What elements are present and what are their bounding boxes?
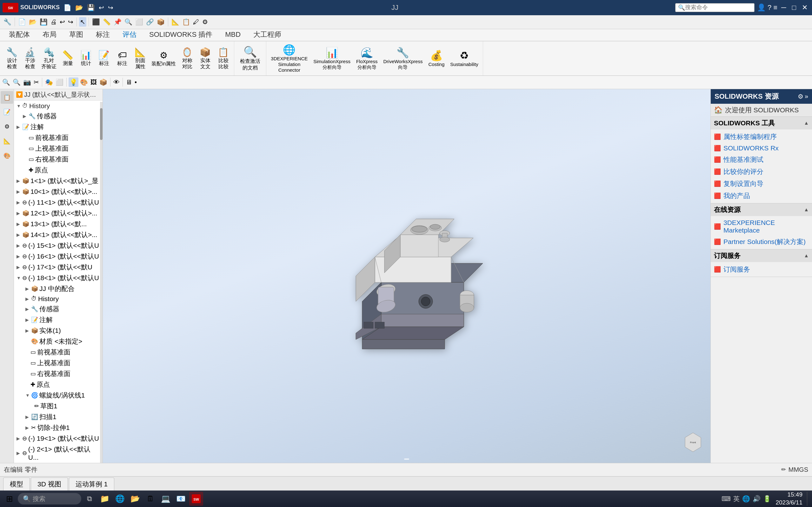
- stats-btn[interactable]: 📊 统计: [77, 49, 95, 68]
- tree-item-front-plane[interactable]: ▭ 前视基准面: [14, 132, 103, 143]
- show-desktop-btn[interactable]: [807, 492, 809, 506]
- tree-item-sketch1[interactable]: ✏ 草图1: [14, 401, 103, 411]
- check-active-btn[interactable]: 🔍 检查激活的文档: [237, 43, 264, 74]
- right-panel-collapse-icon[interactable]: »: [805, 93, 808, 100]
- view-screen-icon[interactable]: 🖥: [125, 78, 133, 87]
- redo-btn[interactable]: ↪: [107, 3, 115, 13]
- tb-select[interactable]: ↖: [79, 17, 86, 26]
- taskbar-app-files[interactable]: 📂: [128, 492, 142, 506]
- tree-item-sub-sensor[interactable]: ▶ 🔧 传感器: [14, 303, 103, 315]
- tb-smartdim[interactable]: 📏: [102, 17, 112, 26]
- tree-item-sub-history[interactable]: ▶ ⏱ History: [14, 294, 103, 303]
- tb-component[interactable]: 📦: [156, 17, 166, 26]
- tree-item-comp2[interactable]: ▶ ⊖ (-) 2<1> (默认<<默认U...: [14, 444, 103, 462]
- view-scene-icon[interactable]: 🖼: [90, 78, 98, 87]
- online-resources-header[interactable]: 在线资源 ▲: [711, 204, 812, 216]
- filter-icon[interactable]: 🔽: [16, 91, 23, 98]
- tab-engineer[interactable]: 大工程师: [247, 28, 287, 42]
- help-icon[interactable]: ?: [767, 3, 771, 12]
- view-appearance-icon[interactable]: 🎨: [79, 77, 89, 87]
- view-cube[interactable]: Front: [682, 431, 704, 453]
- tree-item-sub-origin[interactable]: ✚ 原点: [14, 379, 103, 390]
- sw-link-benchmark[interactable]: 🟥 性能基准测试: [713, 154, 810, 166]
- measure-btn[interactable]: 📏 测量: [59, 49, 76, 68]
- start-button[interactable]: ⊞: [3, 492, 16, 506]
- tab-mbd[interactable]: MBD: [219, 29, 247, 41]
- costing-btn[interactable]: 💰 Costing: [426, 49, 447, 68]
- task-view-btn[interactable]: ⧉: [83, 492, 97, 506]
- interference-btn[interactable]: 🔬 干涉检查: [21, 46, 39, 70]
- tree-item-comp18[interactable]: ▼ ⊖ (-) 18<1> (默认<<默认U: [14, 273, 103, 283]
- view-perspective-icon[interactable]: 📦: [98, 77, 108, 87]
- taskbar-app-email[interactable]: 📧: [174, 492, 188, 506]
- tb-print[interactable]: 🖨: [50, 17, 58, 26]
- tab-annotation[interactable]: 标注: [90, 28, 116, 42]
- tree-item-comp1[interactable]: ▶ 📦 1<1> (默认<<默认>_显: [14, 175, 103, 186]
- view-section-icon[interactable]: ✂: [33, 77, 40, 87]
- sw-tools-header[interactable]: SOLIDWORKS 工具 ▲: [711, 117, 812, 129]
- tb-new[interactable]: 📄: [17, 17, 27, 26]
- tree-item-sweep[interactable]: ▶ 🔄 扫描1: [14, 411, 103, 422]
- sw-link-copy-settings[interactable]: 🟥 复制设置向导: [713, 178, 810, 190]
- sw-link-rx[interactable]: 🟥 SOLIDWORKS Rx: [713, 143, 810, 154]
- view-zoom-icon[interactable]: 🔍: [1, 77, 11, 87]
- tree-item-comp11[interactable]: ▶ ⊖ (-) 11<1> (默认<<默认U: [14, 197, 103, 208]
- tb-fit[interactable]: ⬜: [134, 17, 144, 26]
- tree-item-sub-annotation[interactable]: ▶ 📝 注解: [14, 315, 103, 325]
- sw-link-3dexp-marketplace[interactable]: 🟥 3DEXPERIENCE Marketplace: [713, 217, 810, 236]
- taskbar-app-calendar[interactable]: 🗓: [144, 492, 157, 506]
- tree-item-history-root[interactable]: ▼ ⏱ History: [14, 101, 103, 111]
- tree-item-comp13[interactable]: ▶ 📦 13<1> (默认<<默...: [14, 219, 103, 229]
- tree-item-sub-top-plane[interactable]: ▭ 上视基准面: [14, 357, 103, 369]
- tb-extra1[interactable]: 📐: [170, 17, 180, 26]
- switcher-confmgr[interactable]: ⚙: [1, 120, 13, 133]
- subscription-header[interactable]: 订阅服务 ▲: [711, 249, 812, 262]
- switcher-display[interactable]: 🎨: [1, 150, 13, 162]
- view-dot-icon[interactable]: •: [133, 78, 138, 87]
- floxpress-btn[interactable]: 🌊 FloXpress分析向导: [354, 46, 380, 71]
- tb-zoom[interactable]: 🔍: [123, 17, 133, 26]
- sw-link-compare[interactable]: 🟥 比较你的评分: [713, 166, 810, 178]
- view-wireframe-icon[interactable]: ⬜: [55, 77, 64, 87]
- tree-item-comp10[interactable]: ▶ 📦 10<1> (默认<<默认>...: [14, 186, 103, 197]
- sw-link-attr-editor[interactable]: 🟥 属性标签编制程序: [713, 131, 810, 143]
- right-panel-gear-icon[interactable]: ⚙: [798, 93, 803, 100]
- tab-plugins[interactable]: SOLIDWORKS 插件: [143, 28, 219, 42]
- tab-motion1[interactable]: 运动算例 1: [69, 477, 115, 491]
- tree-item-comp14[interactable]: ▶ 📦 14<1> (默认<<默认>...: [14, 229, 103, 240]
- tb-mate[interactable]: 🔗: [145, 17, 155, 26]
- annotation-btn[interactable]: 📝 标注: [95, 49, 113, 68]
- view-lights-icon[interactable]: 💡: [68, 77, 78, 87]
- taskbar-app-folder[interactable]: 📁: [98, 492, 112, 506]
- tree-item-sub-front-plane[interactable]: ▭ 前视基准面: [14, 347, 103, 357]
- tab-3d-view[interactable]: 3D 视图: [31, 477, 68, 491]
- tree-item-annotation[interactable]: ▶ 📝 注解: [14, 121, 103, 132]
- tree-item-sub-solid[interactable]: ▶ 📦 实体(1): [14, 325, 103, 336]
- options-icon[interactable]: ≡: [773, 3, 777, 12]
- tray-volume-icon[interactable]: 🔊: [753, 495, 761, 503]
- tray-keyboard-icon[interactable]: ⌨: [721, 495, 731, 503]
- tb-redo[interactable]: ↪: [67, 17, 74, 26]
- tb-save[interactable]: 💾: [39, 17, 49, 26]
- tab-assembly[interactable]: 装配体: [3, 28, 36, 42]
- tray-language-icon[interactable]: 英: [733, 495, 740, 503]
- save-btn[interactable]: 💾: [86, 3, 96, 13]
- tree-item-comp19[interactable]: ▶ ⊖ (-) 19<1> (默认<<默认U: [14, 433, 103, 444]
- simulationxpress-btn[interactable]: 📊 SimulationXpress分析向导: [311, 46, 353, 71]
- new-btn[interactable]: 📄: [62, 3, 73, 13]
- tree-item-comp12[interactable]: ▶ 📦 12<1> (默认<<默认>...: [14, 208, 103, 219]
- maximize-btn[interactable]: □: [790, 3, 798, 12]
- tree-item-sensor[interactable]: ▶ 🔧 传感器: [14, 111, 103, 121]
- search-input[interactable]: [685, 4, 742, 11]
- tree-item-jj-mates[interactable]: ▶ 📦 JJ 中的配合: [14, 283, 103, 294]
- tab-sketch[interactable]: 草图: [63, 28, 90, 42]
- taskbar-search[interactable]: 🔍 搜索: [18, 493, 81, 504]
- tree-item-comp15[interactable]: ▶ ⊖ (-) 15<1> (默认<<默认U: [14, 240, 103, 251]
- taskbar-app-sw[interactable]: SW: [189, 492, 203, 506]
- hole-alignment-btn[interactable]: 🔩 孔对齐验证: [39, 46, 58, 70]
- tb-ref[interactable]: 📌: [113, 17, 122, 26]
- panel-scroll-bar[interactable]: [100, 102, 103, 463]
- view-zoom2-icon[interactable]: 🔍: [12, 77, 21, 87]
- scroll-thumb[interactable]: [100, 108, 103, 140]
- view-display-icon[interactable]: 🎭: [44, 77, 54, 87]
